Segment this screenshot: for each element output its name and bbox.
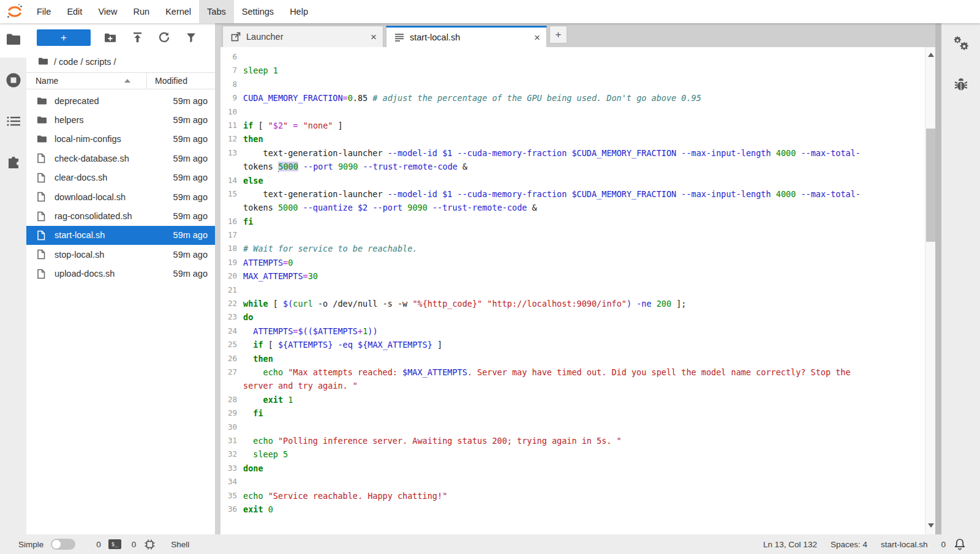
code-editor[interactable]: 67sleep 189CUDA_MEMORY_FRACTION=0.85 # a…: [221, 47, 935, 534]
tab-start-local-sh[interactable]: start-local.sh×: [386, 26, 547, 47]
sidebar-tab-file-browser[interactable]: [0, 23, 26, 58]
code-line[interactable]: 18# Wait for service to be reachable.: [221, 242, 935, 255]
code-line[interactable]: 19ATTEMPTS=0: [221, 256, 935, 269]
code-line[interactable]: 7sleep 1: [221, 64, 935, 77]
code-line[interactable]: 23do: [221, 310, 935, 324]
jupyter-logo-icon: [0, 0, 29, 23]
file-row[interactable]: clear-docs.sh59m ago: [26, 168, 215, 187]
scroll-up-icon[interactable]: [928, 53, 934, 57]
code-line[interactable]: tokens 5000 --port 9090 --trust-remote-c…: [221, 160, 935, 173]
code-line[interactable]: tokens 5000 --quantize $2 --port 9090 --…: [221, 201, 935, 214]
code-line[interactable]: 31 echo "Polling inference server. Await…: [221, 434, 935, 447]
panel-splitter[interactable]: [215, 23, 221, 534]
indentation-status[interactable]: Spaces: 4: [831, 540, 867, 549]
vertical-scrollbar[interactable]: [925, 47, 935, 534]
new-tab-button[interactable]: +: [549, 26, 567, 43]
line-number: 7: [221, 64, 239, 77]
kernel-status[interactable]: Shell: [171, 540, 189, 549]
code-text: # Wait for service to be reachable.: [239, 242, 417, 255]
code-line[interactable]: 15 text-generation-launcher --model-id $…: [221, 187, 935, 201]
file-row[interactable]: helpers59m ago: [26, 110, 215, 129]
menu-item-edit[interactable]: Edit: [59, 0, 90, 23]
file-row[interactable]: stop-local.sh59m ago: [26, 245, 215, 264]
code-line[interactable]: 17: [221, 228, 935, 242]
sidebar-tab-running-sessions[interactable]: [0, 64, 26, 99]
code-line[interactable]: 12then: [221, 132, 935, 146]
code-line[interactable]: 32 sleep 5: [221, 447, 935, 461]
sidebar-tab-debugger[interactable]: [953, 76, 969, 97]
column-header-modified[interactable]: Modified: [146, 73, 215, 89]
upload-icon[interactable]: [129, 28, 146, 47]
file-row[interactable]: local-nim-configs59m ago: [26, 130, 215, 149]
code-line[interactable]: 22while [ $(curl -o /dev/null -s -w "%{h…: [221, 297, 935, 310]
menu-item-file[interactable]: File: [29, 0, 59, 23]
code-line[interactable]: 11if [ "$2" = "none" ]: [221, 119, 935, 132]
line-number: [221, 160, 239, 173]
code-line[interactable]: 8: [221, 78, 935, 91]
code-line[interactable]: 13 text-generation-launcher --model-id $…: [221, 146, 935, 160]
file-row[interactable]: upload-docs.sh59m ago: [26, 264, 215, 283]
file-icon: [37, 269, 49, 279]
bell-icon[interactable]: [954, 538, 965, 550]
simple-mode-toggle[interactable]: [51, 539, 75, 550]
line-number: [221, 379, 239, 392]
scrollbar-thumb[interactable]: [926, 129, 935, 242]
refresh-icon[interactable]: [156, 28, 173, 47]
code-line[interactable]: 33done: [221, 462, 935, 475]
puzzle-icon: [6, 155, 21, 172]
code-line[interactable]: 14else: [221, 174, 935, 187]
code-line[interactable]: 27 echo "Max attempts reached: $MAX_ATTE…: [221, 365, 935, 379]
code-line[interactable]: 6: [221, 50, 935, 64]
right-divider: [935, 23, 941, 534]
folder-icon: [37, 135, 49, 143]
menu-item-help[interactable]: Help: [282, 0, 316, 23]
sidebar-tab-property-inspector[interactable]: [952, 34, 970, 55]
breadcrumb[interactable]: / code / scripts /: [26, 51, 215, 72]
file-row[interactable]: rag-consolidated.sh59m ago: [26, 206, 215, 225]
new-launcher-button[interactable]: +: [37, 29, 91, 46]
code-text: tokens 5000 --quantize $2 --port 9090 --…: [239, 201, 537, 214]
code-text: done: [239, 462, 263, 475]
code-line[interactable]: 16fi: [221, 215, 935, 228]
code-text: server and try again. ": [239, 379, 358, 392]
code-line[interactable]: 35echo "Service reachable. Happy chattin…: [221, 489, 935, 503]
sidebar-tab-extensions[interactable]: [0, 146, 26, 181]
tab-launcher[interactable]: Launcher×: [222, 26, 383, 47]
cursor-position[interactable]: Ln 13, Col 132: [763, 540, 817, 549]
code-line[interactable]: 29 fi: [221, 406, 935, 420]
code-line[interactable]: 21: [221, 283, 935, 297]
kernel-icon[interactable]: [145, 539, 155, 550]
code-line[interactable]: 28 exit 1: [221, 393, 935, 406]
close-icon[interactable]: ×: [371, 32, 377, 42]
file-browser-toolbar: +: [26, 23, 215, 51]
column-header-name[interactable]: Name: [26, 76, 146, 86]
filter-icon[interactable]: [182, 28, 200, 47]
code-line[interactable]: server and try again. ": [221, 379, 935, 392]
file-row[interactable]: download-local.sh59m ago: [26, 187, 215, 206]
scroll-down-icon[interactable]: [928, 523, 934, 528]
line-number: 8: [221, 78, 239, 91]
code-line[interactable]: 9CUDA_MEMORY_FRACTION=0.85 # adjust the …: [221, 91, 935, 105]
code-line[interactable]: 25 if [ ${ATTEMPTS} -eq ${MAX_ATTEMPTS} …: [221, 338, 935, 351]
code-line[interactable]: 20MAX_ATTEMPTS=30: [221, 269, 935, 283]
gears-icon: [952, 34, 970, 55]
menu-item-run[interactable]: Run: [126, 0, 158, 23]
code-line[interactable]: 26 then: [221, 352, 935, 365]
menu-item-view[interactable]: View: [90, 0, 125, 23]
terminal-icon[interactable]: $_: [108, 539, 121, 549]
code-line[interactable]: 34: [221, 475, 935, 488]
code-line[interactable]: 10: [221, 105, 935, 119]
sidebar-tab-table-of-contents[interactable]: [0, 105, 26, 140]
close-icon[interactable]: ×: [534, 32, 540, 43]
file-row[interactable]: start-local.sh59m ago: [26, 226, 215, 245]
new-folder-icon[interactable]: [102, 28, 119, 47]
code-line[interactable]: 36exit 0: [221, 503, 935, 516]
code-line[interactable]: 24 ATTEMPTS=$(($ATTEMPTS+1)): [221, 324, 935, 338]
menu-item-kernel[interactable]: Kernel: [157, 0, 199, 23]
menu-item-settings[interactable]: Settings: [234, 0, 282, 23]
code-line[interactable]: 30: [221, 421, 935, 434]
line-number: 29: [221, 406, 239, 420]
menu-item-tabs[interactable]: Tabs: [199, 0, 234, 23]
file-row[interactable]: check-database.sh59m ago: [26, 149, 215, 168]
file-row[interactable]: deprecated59m ago: [26, 91, 215, 110]
